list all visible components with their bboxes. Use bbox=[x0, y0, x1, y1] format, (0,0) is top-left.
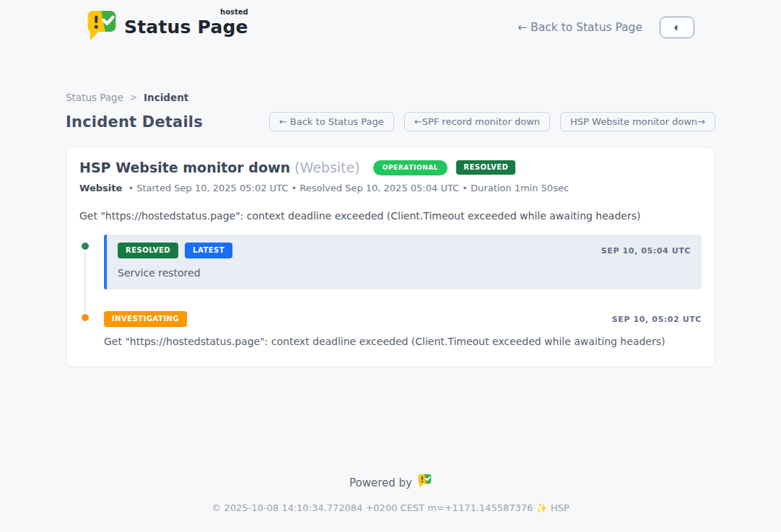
incident-card-header: HSP Website monitor down (Website) OPERA… bbox=[79, 160, 702, 175]
powered-by: Powered by bbox=[0, 474, 781, 492]
timeline-timestamp: SEP 10, 05:04 UTC bbox=[601, 246, 691, 256]
latest-badge: LATEST bbox=[185, 243, 232, 258]
incident-scope: (Website) bbox=[294, 160, 360, 175]
breadcrumb: Status Page > Incident bbox=[66, 92, 715, 103]
theme-toggle-button[interactable]: ◐ bbox=[660, 17, 694, 38]
incident-timeline: RESOLVED LATEST SEP 10, 05:04 UTC Servic… bbox=[79, 240, 702, 347]
status-page-logo-icon-small[interactable] bbox=[418, 474, 432, 492]
back-to-status-page-link[interactable]: ← Back to Status Page bbox=[518, 21, 642, 34]
operational-status-badge: OPERATIONAL bbox=[373, 160, 448, 175]
timeline-event-resolved: RESOLVED LATEST SEP 10, 05:04 UTC Servic… bbox=[79, 240, 702, 289]
breadcrumb-separator: > bbox=[130, 92, 137, 103]
page-title: Incident Details bbox=[66, 113, 203, 131]
next-incident-button[interactable]: HSP Website monitor down→ bbox=[560, 112, 715, 131]
logo[interactable]: Status Page hosted bbox=[87, 9, 248, 45]
main-content: Status Page > Incident Incident Details … bbox=[66, 92, 715, 474]
prev-incident-button[interactable]: ←SPF record monitor down bbox=[404, 112, 550, 131]
timeline-event-investigating: INVESTIGATING SEP 10, 05:02 UTC Get "htt… bbox=[79, 311, 702, 347]
timeline-message: Get "https://hostedstatus.page": context… bbox=[104, 336, 702, 347]
incident-title: HSP Website monitor down bbox=[79, 160, 290, 175]
resolved-badge: RESOLVED bbox=[118, 243, 178, 258]
copyright-text: © 2025-10-08 14:10:34.772084 +0200 CEST … bbox=[0, 502, 781, 513]
timeline-timestamp: SEP 10, 05:02 UTC bbox=[612, 315, 702, 324]
incident-description: Get "https://hostedstatus.page": context… bbox=[79, 210, 702, 222]
status-page-logo-icon bbox=[87, 9, 117, 45]
incident-card: HSP Website monitor down (Website) OPERA… bbox=[66, 147, 715, 367]
incident-service-name: Website bbox=[79, 183, 122, 193]
investigating-badge: INVESTIGATING bbox=[104, 311, 187, 327]
back-to-status-page-button[interactable]: ← Back to Status Page bbox=[269, 112, 394, 131]
title-row: Incident Details ← Back to Status Page ←… bbox=[66, 112, 715, 131]
contrast-icon: ◐ bbox=[673, 22, 681, 33]
timeline-latest-update-box: RESOLVED LATEST SEP 10, 05:04 UTC Servic… bbox=[104, 235, 702, 289]
incident-meta-dates: • Started Sep 10, 2025 05:02 UTC • Resol… bbox=[128, 183, 569, 193]
timeline-dot-green bbox=[79, 240, 91, 252]
powered-by-label: Powered by bbox=[349, 476, 412, 489]
breadcrumb-incident: Incident bbox=[144, 92, 188, 103]
incident-meta: Website • Started Sep 10, 2025 05:02 UTC… bbox=[79, 183, 702, 193]
incident-nav-buttons: ← Back to Status Page ←SPF record monito… bbox=[269, 112, 715, 131]
logo-title: Status Page bbox=[124, 17, 248, 38]
header: Status Page hosted ← Back to Status Page… bbox=[0, 0, 781, 55]
resolved-state-badge: RESOLVED bbox=[456, 160, 515, 175]
breadcrumb-status-page[interactable]: Status Page bbox=[66, 92, 123, 103]
timeline-message: Service restored bbox=[118, 267, 691, 279]
logo-hosted-superscript: hosted bbox=[220, 8, 248, 16]
timeline-dot-orange bbox=[79, 312, 91, 323]
footer: Powered by © 2025-10-08 14:10:34.772084 … bbox=[0, 474, 781, 532]
